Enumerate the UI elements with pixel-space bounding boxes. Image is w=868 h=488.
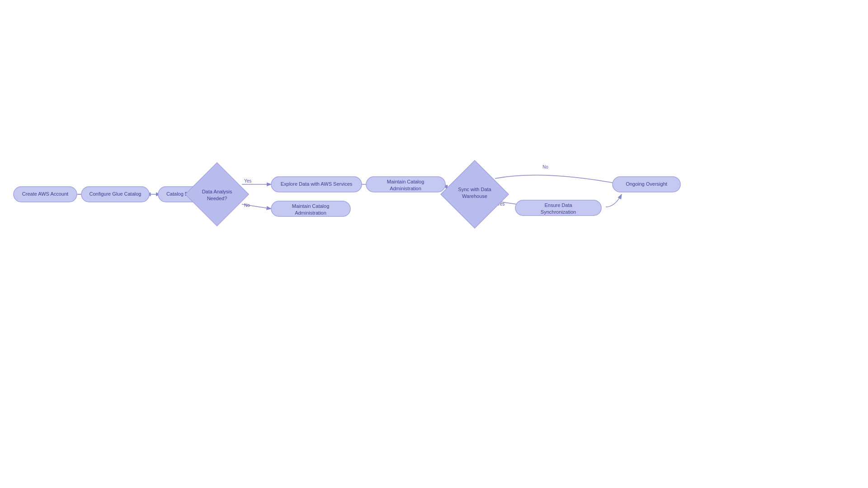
node-ongoing-oversight-label: Ongoing Oversight — [626, 181, 667, 187]
node-maintain-catalog-bottom-label2: Administration — [295, 210, 326, 216]
node-create-aws-label: Create AWS Account — [22, 191, 68, 197]
node-configure-glue-label: Configure Glue Catalog — [90, 191, 142, 197]
edge-8-no — [495, 175, 622, 184]
node-data-analysis-label: Data Analysis — [202, 189, 232, 194]
edge-10 — [606, 194, 622, 207]
node-maintain-catalog-bottom-label: Maintain Catalog — [292, 203, 330, 209]
edge-8-no-label: No — [542, 164, 548, 169]
node-data-analysis-label2: Needed? — [207, 196, 227, 201]
node-ensure-sync-label: Ensure Data — [544, 202, 572, 208]
node-explore-data-label: Explore Data with AWS Services — [281, 181, 353, 187]
node-sync-warehouse-label: Sync with Data — [458, 187, 491, 192]
edge-5-no-label: No — [244, 203, 250, 208]
edge-4-yes-label: Yes — [244, 178, 251, 183]
flowchart-diagram: Yes No No Yes Create AWS Account Configu… — [0, 0, 868, 488]
node-data-analysis[interactable] — [185, 163, 249, 226]
node-maintain-catalog-top-label2: Administration — [390, 186, 421, 191]
node-sync-warehouse-label2: Warehouse — [462, 193, 487, 199]
node-ensure-sync-label2: Synchronization — [541, 209, 576, 215]
node-maintain-catalog-top-label: Maintain Catalog — [387, 179, 425, 184]
